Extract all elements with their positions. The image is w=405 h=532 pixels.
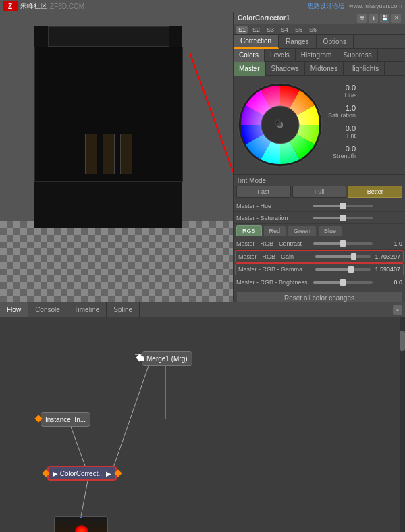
tint-mode-buttons: Fast Full Better [236, 186, 402, 198]
triangle-icon[interactable]: ▲ [393, 305, 402, 315]
bottom-tab-row: Flow Console Timeline Spline ▲ [0, 302, 405, 317]
merge-node-label: Merge1 (Mrg) [146, 355, 188, 363]
cc-input-diamond [42, 469, 49, 477]
master-rgb-gamma-value: 1.593407 [373, 266, 400, 273]
master-rgb-gain-row: Master - RGB - Gain 1.703297 [235, 250, 404, 263]
master-rgb-contrast-value: 1.0 [375, 240, 402, 247]
master-hue-slider[interactable] [313, 205, 373, 207]
sub-tab-colors[interactable]: Colors [234, 49, 265, 62]
s-tab-s3[interactable]: S3 [265, 26, 276, 34]
channel-red[interactable]: Red [263, 225, 287, 236]
mode-tabs-row: Master Shadows Midtones Highlights [234, 62, 405, 76]
mode-tab-midtones[interactable]: Midtones [305, 62, 344, 76]
master-rgb-brightness-label: Master - RGB - Brightness [236, 279, 310, 286]
channel-blue[interactable]: Blue [318, 225, 342, 236]
color-wheel-area: 0.0 Hue 1.0 Saturation 0.0 Tint 0.0 Stre… [234, 76, 405, 174]
master-rgb-gamma-slider[interactable] [315, 268, 371, 271]
instance-diamond [34, 415, 42, 422]
tint-better-btn[interactable]: Better [348, 186, 402, 198]
tab-ranges[interactable]: Ranges [279, 35, 316, 49]
svg-line-9 [111, 366, 148, 473]
channel-green[interactable]: Green [288, 225, 317, 236]
bottom-tab-timeline[interactable]: Timeline [68, 302, 107, 317]
s-tab-s1[interactable]: S1 [236, 26, 248, 34]
cc-title: ColorCorrector1 [238, 14, 290, 22]
raw-node[interactable]: Raw_LT_(D...) [54, 516, 108, 532]
box-top [48, 26, 169, 47]
box-leg-2 [103, 134, 115, 174]
master-sat-row: Master - Saturation [234, 212, 405, 224]
hue-label: Hue [345, 92, 356, 99]
reset-all-button[interactable]: Reset all color changes [236, 291, 402, 302]
saturation-param: 1.0 Saturation [328, 104, 356, 119]
flow-canvas[interactable]: Merge1 (Mrg) Instance_In... ▶ ColorCorre… [0, 317, 405, 532]
master-rgb-brightness-slider[interactable] [313, 281, 373, 284]
master-rgb-gain-label: Master - RGB - Gain [238, 253, 313, 260]
merge-node[interactable]: Merge1 (Mrg) [142, 351, 192, 366]
sub-tab-levels[interactable]: Levels [265, 49, 296, 62]
mode-tab-master[interactable]: Master [234, 62, 266, 76]
channel-rgb[interactable]: RGB [236, 225, 262, 236]
bottom-section: Flow Console Timeline Spline ▲ Merge1 ( [0, 302, 405, 532]
saturation-label: Saturation [328, 112, 356, 119]
forum-name: 思路设计论坛 [308, 3, 344, 9]
cc-icons: ☢ ℹ 💾 ✕ [357, 14, 401, 23]
mode-tab-highlights[interactable]: Highlights [344, 62, 385, 76]
close-icon[interactable]: ✕ [392, 14, 401, 23]
s-tab-s2[interactable]: S2 [250, 26, 262, 34]
forum-url: www.missyuan.com [349, 3, 402, 9]
tint-mode-label: Tint Mode [236, 177, 402, 184]
bottom-tab-spline[interactable]: Spline [107, 302, 140, 317]
tint-value: 0.0 [346, 124, 356, 132]
tint-label: Tint [346, 132, 356, 139]
cc-titlebar: ColorCorrector1 ☢ ℹ 💾 ✕ [234, 12, 405, 24]
site-name: 朱峰社区 [20, 1, 47, 11]
master-rgb-gain-slider[interactable] [315, 255, 371, 258]
s-tab-s6[interactable]: S6 [307, 26, 319, 34]
s-tab-s5[interactable]: S5 [293, 26, 304, 34]
info-icon[interactable]: ℹ [369, 14, 378, 23]
tint-mode-row: Tint Mode Fast Full Better [234, 174, 405, 200]
instance-node[interactable]: Instance_In... [40, 412, 90, 427]
hue-param: 0.0 Hue [328, 84, 356, 99]
master-rgb-gamma-label: Master - RGB - Gamma [238, 266, 313, 273]
tint-fast-btn[interactable]: Fast [236, 186, 291, 198]
scrollbar-thumb[interactable] [400, 331, 405, 351]
tab-correction[interactable]: Correction [234, 35, 279, 49]
sub-tab-suppress[interactable]: Suppress [338, 49, 377, 62]
tab-options[interactable]: Options [317, 35, 354, 49]
master-rgb-brightness-row: Master - RGB - Brightness 0.0 [234, 276, 405, 288]
bottom-tab-flow[interactable]: Flow [0, 302, 28, 317]
hue-value: 0.0 [346, 84, 356, 92]
instance-node-label: Instance_In... [45, 416, 86, 423]
color-wheel[interactable] [236, 81, 324, 169]
master-rgb-brightness-value: 0.0 [375, 279, 402, 286]
master-sat-slider[interactable] [313, 217, 373, 219]
top-bar: Z 朱峰社区 ZF3D.COM 思路设计论坛 www.missyuan.com [0, 0, 405, 12]
right-panel: ColorCorrector1 ☢ ℹ 💾 ✕ S1 S2 S3 S4 S5 S… [233, 12, 405, 302]
master-rgb-contrast-row: Master - RGB - Contrast 1.0 [234, 238, 405, 250]
bottom-tab-console[interactable]: Console [28, 302, 68, 317]
master-sat-label: Master - Saturation [236, 215, 310, 221]
tint-param: 0.0 Tint [328, 124, 356, 139]
tint-full-btn[interactable]: Full [292, 186, 347, 198]
colorcorrect-node[interactable]: ▶ ColorCorrect... ▶ [47, 466, 117, 481]
svg-line-8 [81, 481, 88, 516]
save-icon[interactable]: 💾 [380, 14, 389, 23]
master-rgb-gamma-row: Master - RGB - Gamma 1.593407 [235, 263, 404, 275]
s-tabs-row: S1 S2 S3 S4 S5 S6 [234, 24, 405, 35]
mode-tab-shadows[interactable]: Shadows [266, 62, 305, 76]
radiation-icon[interactable]: ☢ [357, 14, 367, 23]
master-rgb-gain-value: 1.703297 [373, 253, 400, 260]
channel-tab-row: RGB Red Green Blue [234, 224, 405, 238]
wheel-params: 0.0 Hue 1.0 Saturation 0.0 Tint 0.0 Stre… [328, 81, 356, 159]
colorcorrect-node-label: ▶ ColorCorrect... ▶ [53, 470, 111, 477]
strength-label: Strength [333, 153, 356, 159]
flow-scrollbar[interactable] [400, 317, 405, 532]
3d-object [34, 26, 182, 228]
master-hue-row: Master - Hue [234, 200, 405, 212]
s-tab-s4[interactable]: S4 [279, 26, 290, 34]
master-rgb-contrast-slider[interactable] [313, 242, 373, 245]
svg-point-5 [275, 120, 281, 126]
sub-tab-histogram[interactable]: Histogram [296, 49, 338, 62]
